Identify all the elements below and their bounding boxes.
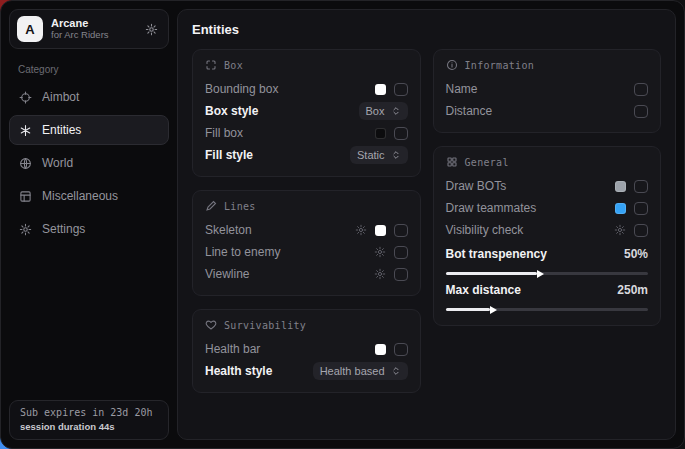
slider-thumb[interactable] xyxy=(537,270,544,278)
row-label: Draw teammates xyxy=(446,201,608,215)
skeleton-checkbox[interactable] xyxy=(394,224,408,237)
fill-box-checkbox[interactable] xyxy=(394,127,408,140)
dropdown-value: Health based xyxy=(320,365,385,377)
row-label: Visibility check xyxy=(446,223,607,237)
skeleton-settings-icon[interactable] xyxy=(355,224,367,236)
distance-checkbox[interactable] xyxy=(634,105,648,118)
panel-survivability-header: Survivability xyxy=(205,319,408,331)
main-content: Entities Box Bounding box xyxy=(177,9,676,440)
sidebar-item-aimbot[interactable]: Aimbot xyxy=(9,82,169,112)
panel-survivability: Survivability Health bar Health style He… xyxy=(192,309,421,393)
color-swatch[interactable] xyxy=(375,128,386,139)
sidebar-item-label: World xyxy=(42,156,73,170)
crosshair-icon xyxy=(19,91,32,104)
slider-fill xyxy=(446,272,537,275)
row-label: Line to enemy xyxy=(205,245,366,259)
sidebar-item-world[interactable]: World xyxy=(9,148,169,178)
sidebar-item-settings[interactable]: Settings xyxy=(9,214,169,244)
color-swatch[interactable] xyxy=(375,84,386,95)
color-swatch[interactable] xyxy=(375,225,386,236)
row-visibility-check: Visibility check xyxy=(446,219,649,241)
row-label: Bounding box xyxy=(205,82,367,96)
row-health-bar: Health bar xyxy=(205,338,408,360)
max-distance-slider[interactable] xyxy=(446,308,649,311)
panel-header-label: Survivability xyxy=(224,320,306,331)
health-bar-checkbox[interactable] xyxy=(394,343,408,356)
heart-icon xyxy=(205,319,217,331)
sidebar: A Arcane for Arc Riders Category xyxy=(1,1,177,448)
max-distance-value: 250m xyxy=(617,283,648,297)
brand-name: Arcane xyxy=(51,17,137,30)
row-fill-style: Fill style Static xyxy=(205,144,408,166)
chevrons-up-down-icon xyxy=(391,106,401,116)
name-checkbox[interactable] xyxy=(634,83,648,96)
scan-brackets-icon xyxy=(205,59,217,71)
color-swatch[interactable] xyxy=(615,181,626,192)
health-style-dropdown[interactable]: Health based xyxy=(313,362,408,380)
row-label: Fill box xyxy=(205,126,367,140)
row-label: Name xyxy=(446,82,627,96)
dropdown-value: Box xyxy=(366,105,385,117)
visibility-check-settings-icon[interactable] xyxy=(614,224,626,236)
sidebar-item-entities[interactable]: Entities xyxy=(9,115,169,145)
app-window: A Arcane for Arc Riders Category xyxy=(0,0,685,449)
sidebar-item-label: Miscellaneous xyxy=(42,189,118,203)
draw-bots-checkbox[interactable] xyxy=(634,180,648,193)
globe-icon xyxy=(19,157,32,170)
panel-information-header: Information xyxy=(446,59,649,71)
draw-teammates-checkbox[interactable] xyxy=(634,202,648,215)
row-label: Distance xyxy=(446,104,627,118)
right-column: Information Name Distance xyxy=(433,49,662,326)
fill-style-dropdown[interactable]: Static xyxy=(350,146,408,164)
viewline-checkbox[interactable] xyxy=(394,268,408,281)
category-label: Category xyxy=(18,64,160,75)
max-distance-control: Max distance 250m xyxy=(446,279,649,311)
sidebar-spacer xyxy=(9,244,169,400)
sidebar-item-miscellaneous[interactable]: Miscellaneous xyxy=(9,181,169,211)
box-style-dropdown[interactable]: Box xyxy=(359,102,408,120)
pencil-line-icon xyxy=(205,200,217,212)
row-skeleton: Skeleton xyxy=(205,219,408,241)
slider-thumb[interactable] xyxy=(490,306,497,314)
row-distance: Distance xyxy=(446,100,649,122)
viewline-settings-icon[interactable] xyxy=(374,268,386,280)
brand-settings-icon[interactable] xyxy=(145,23,158,36)
line-to-enemy-settings-icon[interactable] xyxy=(374,246,386,258)
subscription-card: Sub expires in 23d 20h session duration … xyxy=(9,400,169,440)
sparkle-icon xyxy=(19,124,32,137)
panel-box: Box Bounding box Box style Box xyxy=(192,49,421,177)
bot-transparency-control: Bot transpenency 50% xyxy=(446,243,649,275)
brand-text: Arcane for Arc Riders xyxy=(51,17,137,41)
left-column: Box Bounding box Box style Box xyxy=(192,49,421,393)
dropdown-value: Static xyxy=(357,149,385,161)
row-draw-bots: Draw BOTs xyxy=(446,175,649,197)
row-label: Viewline xyxy=(205,267,366,281)
row-box-style: Box style Box xyxy=(205,100,408,122)
brand-card: A Arcane for Arc Riders xyxy=(9,9,169,49)
chevrons-up-down-icon xyxy=(391,366,401,376)
bounding-box-checkbox[interactable] xyxy=(394,83,408,96)
bot-transparency-value: 50% xyxy=(624,247,648,261)
bot-transparency-slider[interactable] xyxy=(446,272,649,275)
panel-box-header: Box xyxy=(205,59,408,71)
color-swatch[interactable] xyxy=(615,203,626,214)
row-max-distance: Max distance 250m xyxy=(446,279,649,301)
row-draw-teammates: Draw teammates xyxy=(446,197,649,219)
row-label: Health style xyxy=(205,364,305,378)
grid-icon xyxy=(446,156,458,168)
slider-fill xyxy=(446,308,491,311)
visibility-check-checkbox[interactable] xyxy=(634,224,648,237)
brand-logo: A xyxy=(17,16,43,42)
sidebar-nav: Aimbot Entities World xyxy=(9,82,169,244)
panel-lines: Lines Skeleton xyxy=(192,190,421,296)
panel-lines-header: Lines xyxy=(205,200,408,212)
layout-grid-icon xyxy=(19,190,32,203)
row-label: Box style xyxy=(205,104,351,118)
line-to-enemy-checkbox[interactable] xyxy=(394,246,408,259)
row-line-to-enemy: Line to enemy xyxy=(205,241,408,263)
color-swatch[interactable] xyxy=(375,344,386,355)
panel-header-label: Box xyxy=(224,60,243,71)
sidebar-item-label: Settings xyxy=(42,222,85,236)
info-icon xyxy=(446,59,458,71)
row-name: Name xyxy=(446,78,649,100)
